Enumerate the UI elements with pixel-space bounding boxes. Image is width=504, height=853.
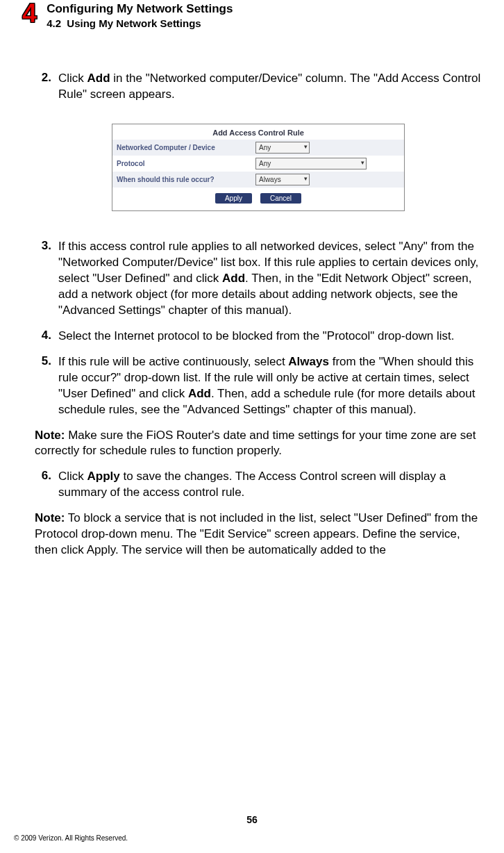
when-select[interactable]: Always	[255, 174, 310, 185]
protocol-select[interactable]: Any	[255, 158, 367, 169]
page-header: 4 Configuring My Network Settings 4.2 Us…	[22, 0, 482, 29]
figure-add-access-control-rule: Add Access Control Rule Networked Comput…	[112, 124, 405, 211]
body-content: 2. Click Add in the "Networked computer/…	[22, 29, 482, 558]
figure-wrap: Add Access Control Rule Networked Comput…	[35, 124, 482, 211]
step-text: If this rule will be active continuously…	[58, 354, 482, 418]
device-select[interactable]: Any	[255, 142, 310, 154]
step-number: 2.	[35, 71, 51, 103]
chapter-title: Configuring My Network Settings	[47, 1, 233, 16]
step-number: 6.	[35, 469, 51, 501]
section-title: 4.2 Using My Network Settings	[47, 17, 233, 29]
note-label: Note:	[35, 429, 65, 442]
figure-label: When should this rule occur?	[117, 176, 255, 183]
note-2: Note: To block a service that is not inc…	[35, 511, 482, 558]
copyright: © 2009 Verizon. All Rights Reserved.	[14, 834, 128, 842]
step-number: 3.	[35, 239, 51, 319]
step-3: 3. If this access control rule applies t…	[35, 239, 482, 319]
figure-row-protocol: Protocol Any	[112, 156, 404, 172]
chapter-number: 4	[22, 0, 37, 26]
step-4: 4. Select the Internet protocol to be bl…	[35, 329, 482, 345]
step-5: 5. If this rule will be active continuou…	[35, 354, 482, 418]
step-2: 2. Click Add in the "Networked computer/…	[35, 71, 482, 103]
step-6: 6. Click Apply to save the changes. The …	[35, 469, 482, 501]
step-text: Select the Internet protocol to be block…	[58, 329, 482, 345]
step-text: If this access control rule applies to a…	[58, 239, 482, 319]
step-text: Click Apply to save the changes. The Acc…	[58, 469, 482, 501]
step-text: Click Add in the "Networked computer/Dev…	[58, 71, 482, 103]
figure-title: Add Access Control Rule	[112, 124, 404, 140]
note-1: Note: Make sure the FiOS Router's date a…	[35, 428, 482, 460]
figure-label: Networked Computer / Device	[117, 144, 255, 151]
figure-row-when: When should this rule occur? Always	[112, 172, 404, 188]
step-number: 4.	[35, 329, 51, 345]
step-number: 5.	[35, 354, 51, 418]
note-label: Note:	[35, 511, 65, 524]
figure-row-device: Networked Computer / Device Any	[112, 140, 404, 156]
cancel-button[interactable]: Cancel	[260, 193, 301, 204]
figure-buttons: Apply Cancel	[112, 188, 404, 210]
figure-label: Protocol	[117, 160, 255, 167]
apply-button[interactable]: Apply	[215, 193, 252, 204]
page-number: 56	[0, 814, 504, 825]
